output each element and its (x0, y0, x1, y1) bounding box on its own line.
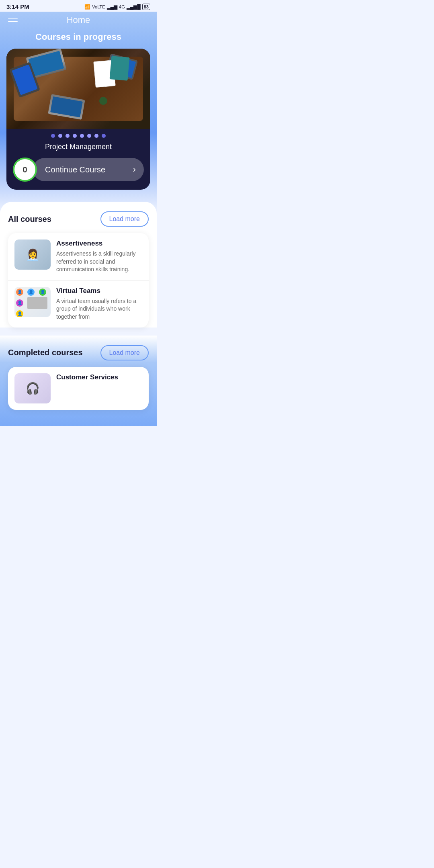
course-item-customer-services[interactable]: Customer Services (8, 367, 149, 410)
all-courses-list: Assertiveness Assertiveness is a skill r… (8, 233, 149, 328)
completed-courses-header: Completed courses Load more (8, 345, 149, 360)
assertiveness-description: Assertiveness is a skill regularly refer… (56, 250, 142, 274)
vt-laptop (27, 297, 47, 309)
all-courses-header: All courses Load more (8, 211, 149, 227)
virtual-teams-thumbnail: 👤 👤 👤 👤 👤 (14, 287, 51, 317)
course-name: Project Management (6, 141, 150, 158)
virtual-teams-description: A virtual team usually refers to a group… (56, 297, 142, 321)
battery-indicator: 83 (142, 4, 150, 10)
content-area: All courses Load more Assertiveness Asse… (0, 202, 157, 328)
signal-bars-2: ▂▄▆█ (127, 4, 141, 10)
dot-3[interactable] (66, 134, 70, 138)
virtual-teams-info: Virtual Teams A virtual team usually ref… (56, 287, 142, 321)
vt-person-5: 👤 (16, 310, 23, 317)
dot-4[interactable] (73, 134, 77, 138)
vt-person-2: 👤 (27, 289, 35, 296)
featured-course-card: Project Management 0 Continue Course › (6, 49, 150, 190)
continue-arrow-icon: › (133, 164, 136, 175)
assertiveness-thumbnail (14, 240, 51, 270)
header-gradient: Home Courses in progress Projec (0, 12, 157, 214)
status-time: 3:14 PM (6, 3, 29, 10)
continue-row: 0 Continue Course › (6, 158, 150, 190)
courses-in-progress-title: Courses in progress (0, 32, 157, 42)
dot-5[interactable] (80, 134, 84, 138)
all-courses-load-more-button[interactable]: Load more (100, 211, 149, 227)
status-icons: 📶 VoLTE ▂▄▆ 4G ▂▄▆█ 83 (84, 4, 150, 10)
customer-services-info: Customer Services (56, 373, 142, 384)
vt-person-3: 👤 (39, 289, 46, 296)
course-item-virtual-teams[interactable]: 👤 👤 👤 👤 👤 Virtual Teams A virtual team u… (8, 280, 149, 328)
progress-circle: 0 (13, 158, 37, 182)
status-bar: 3:14 PM 📶 VoLTE ▂▄▆ 4G ▂▄▆█ 83 (0, 0, 157, 12)
all-courses-label: All courses (8, 215, 51, 224)
dot-2[interactable] (58, 134, 62, 138)
nav-title: Home (67, 15, 90, 25)
completed-courses-section: Completed courses Load more Customer Ser… (0, 336, 157, 426)
vt-person-1: 👤 (16, 289, 23, 296)
course-item-assertiveness[interactable]: Assertiveness Assertiveness is a skill r… (8, 233, 149, 280)
book-decoration (110, 56, 130, 81)
continue-btn-label: Continue Course (45, 165, 105, 174)
carousel-dots (6, 129, 150, 141)
wifi-icon: 📶 (84, 4, 90, 10)
signal-icon-2: 4G (119, 4, 125, 9)
hamburger-menu[interactable] (8, 18, 18, 22)
assertiveness-title: Assertiveness (56, 240, 142, 248)
assertiveness-thumb-image (14, 240, 51, 270)
continue-course-button[interactable]: Continue Course › (33, 158, 144, 181)
dot-7[interactable] (94, 134, 98, 138)
signal-icon-1: VoLTE (92, 4, 105, 9)
vt-person-4: 👤 (16, 299, 23, 307)
assertiveness-info: Assertiveness Assertiveness is a skill r… (56, 240, 142, 274)
virtual-teams-title: Virtual Teams (56, 287, 142, 295)
customer-services-title: Customer Services (56, 373, 142, 381)
dot-1[interactable] (51, 134, 55, 138)
signal-bars-1: ▂▄▆ (107, 4, 118, 10)
virtual-teams-thumb-image: 👤 👤 👤 👤 👤 (14, 287, 51, 317)
completed-courses-load-more-button[interactable]: Load more (100, 345, 149, 360)
dot-6[interactable] (87, 134, 91, 138)
completed-courses-list: Customer Services (8, 367, 149, 410)
course-image (6, 49, 150, 129)
plant-decoration (99, 97, 107, 105)
dot-8[interactable] (102, 134, 106, 138)
completed-courses-label: Completed courses (8, 348, 83, 357)
top-nav: Home (0, 12, 157, 32)
customer-services-thumb-image (14, 373, 51, 403)
customer-services-thumbnail (14, 373, 51, 403)
